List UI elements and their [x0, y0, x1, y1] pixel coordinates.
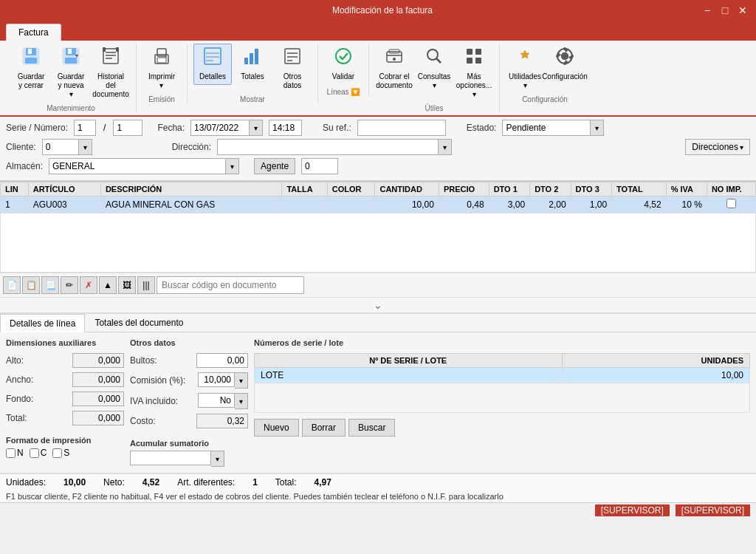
neto-label: Neto: — [103, 477, 125, 488]
mas-opciones-button[interactable]: Másopciones... ▾ — [455, 44, 493, 101]
guardar-cerrar-button[interactable]: Guardary cerrar — [12, 44, 50, 92]
costo-input[interactable] — [196, 414, 248, 428]
cobrar-icon — [384, 46, 405, 71]
svg-rect-14 — [116, 47, 119, 52]
bottom-section: Detalles de línea Totales del documento … — [0, 312, 756, 473]
otros-datos-button[interactable]: Otrosdatos — [273, 44, 312, 92]
guardar-nueva-button[interactable]: Guardary nueva ▾ — [52, 44, 90, 101]
numero-input[interactable] — [113, 120, 142, 136]
imprimir-button[interactable]: Imprimir▾ — [142, 44, 181, 92]
check-s-label[interactable]: S — [52, 448, 69, 458]
estado-dropdown-btn[interactable]: ▾ — [591, 120, 604, 136]
check-s-input[interactable] — [52, 448, 62, 458]
check-n-input[interactable] — [6, 448, 16, 458]
collapse-button[interactable]: ⌄ — [374, 299, 382, 311]
consultas-button[interactable]: Consultas▾ — [415, 44, 453, 92]
hora-input[interactable] — [269, 120, 302, 136]
agente-input[interactable] — [301, 158, 338, 174]
copy-button[interactable]: 📋 — [22, 276, 40, 294]
direcciones-button[interactable]: Direcciones ▾ — [685, 139, 750, 155]
edit-button[interactable]: ✏ — [61, 276, 78, 294]
cell-iva: 10 % — [666, 196, 707, 213]
iva-incluido-input[interactable] — [198, 393, 235, 408]
series-buscar-button[interactable]: Buscar — [348, 419, 395, 437]
search-codigo-input[interactable] — [157, 276, 304, 294]
cliente-dropdown-btn[interactable]: ▾ — [79, 139, 92, 155]
configuracion-button[interactable]: Configuración — [546, 44, 584, 85]
table-container: LIN ARTÍCULO DESCRIPCIÓN TALLA COLOR CAN… — [0, 181, 756, 297]
acumular-input[interactable] — [130, 451, 211, 465]
series-borrar-button[interactable]: Borrar — [302, 419, 346, 437]
tab-totales-documento[interactable]: Totales del documento — [85, 314, 193, 332]
almacen-dropdown-btn[interactable]: ▾ — [226, 158, 239, 174]
check-c-input[interactable] — [30, 448, 39, 458]
su-ref-input[interactable] — [357, 120, 446, 136]
total-dim-label: Total: — [6, 413, 27, 423]
series-section: Números de serie / lote Nº DE SERIE / LO… — [254, 338, 750, 467]
series-title: Números de serie / lote — [254, 338, 750, 347]
iva-incluido-label: IVA incluido: — [130, 396, 178, 406]
series-row[interactable]: LOTE 10,00 — [255, 368, 750, 383]
comision-input[interactable] — [198, 372, 235, 387]
delete-button[interactable]: ✗ — [80, 276, 97, 294]
almacen-label: Almacén: — [6, 161, 43, 171]
detalles-button[interactable]: Detalles — [193, 44, 232, 85]
direccion-dropdown-btn[interactable]: ▾ — [439, 139, 452, 155]
iva-incluido-dropdown-btn[interactable]: ▾ — [235, 393, 248, 409]
direcciones-label: Direcciones — [692, 142, 738, 152]
utiles-label: Útiles — [425, 104, 443, 112]
new-line-button[interactable]: 📄 — [3, 276, 21, 294]
historial-button[interactable]: Historial deldocumento — [92, 44, 130, 101]
cobrar-label: Cobrar eldocumento — [376, 72, 412, 90]
ancho-input[interactable] — [72, 372, 124, 387]
agente-button[interactable]: Agente — [254, 158, 295, 174]
invoice-table: LIN ARTÍCULO DESCRIPCIÓN TALLA COLOR CAN… — [0, 182, 756, 273]
move-up-button[interactable]: ▲ — [99, 276, 117, 294]
validar-button[interactable]: Validar — [324, 44, 362, 85]
comision-dropdown-btn[interactable]: ▾ — [235, 372, 248, 389]
totales-icon — [242, 46, 263, 71]
total-dim-input[interactable] — [72, 411, 124, 425]
cell-no-imp[interactable] — [707, 196, 755, 213]
totales-button[interactable]: Totales — [233, 44, 272, 85]
imprimir-label: Imprimir▾ — [148, 72, 175, 90]
fecha-input[interactable] — [190, 120, 250, 136]
estado-input[interactable] — [502, 120, 591, 136]
series-nuevo-button[interactable]: Nuevo — [254, 419, 299, 437]
cell-articulo: AGU003 — [28, 196, 100, 213]
col-precio: PRECIO — [439, 182, 489, 196]
svg-rect-25 — [250, 53, 253, 64]
series-col-unidades: UNIDADES — [562, 354, 749, 368]
serie-input[interactable] — [74, 120, 96, 136]
paste-button[interactable]: 📃 — [41, 276, 59, 294]
maximize-button[interactable]: □ — [718, 3, 732, 18]
fecha-dropdown-btn[interactable]: ▾ — [250, 120, 263, 136]
fondo-input[interactable] — [72, 391, 124, 406]
mostrar-label: Mostrar — [240, 95, 265, 103]
check-c-label[interactable]: C — [30, 448, 47, 458]
cliente-input[interactable] — [42, 139, 79, 155]
svg-rect-2 — [25, 58, 37, 64]
print-icon — [151, 46, 172, 71]
svg-point-45 — [563, 62, 566, 65]
almacen-input[interactable] — [49, 158, 226, 174]
cobrar-button[interactable]: Cobrar eldocumento — [375, 44, 413, 92]
check-n-label[interactable]: N — [6, 448, 24, 458]
ribbon-group-mostrar: Detalles Totales — [188, 44, 318, 103]
direccion-input[interactable] — [217, 139, 439, 155]
window-controls[interactable]: − □ ✕ — [700, 3, 750, 18]
image-button[interactable]: 🖼 — [118, 276, 136, 294]
no-imp-checkbox[interactable] — [726, 199, 736, 208]
table-row[interactable]: 1 AGU003 AGUA MINERAL CON GAS 10,00 0,48… — [1, 196, 756, 213]
tab-detalles-linea[interactable]: Detalles de línea — [0, 314, 85, 332]
minimize-button[interactable]: − — [700, 3, 715, 18]
bultos-input[interactable] — [196, 353, 248, 368]
new-doc-icon: 📄 — [7, 280, 18, 290]
barcode-button[interactable]: ||| — [137, 276, 155, 294]
tab-factura[interactable]: Factura — [6, 24, 61, 41]
utilidades-label: Utilidades▾ — [509, 72, 541, 90]
alto-input[interactable] — [72, 353, 124, 368]
acumular-dropdown-btn[interactable]: ▾ — [211, 451, 224, 467]
close-button[interactable]: ✕ — [735, 3, 750, 18]
utilidades-button[interactable]: Utilidades▾ — [506, 44, 544, 92]
